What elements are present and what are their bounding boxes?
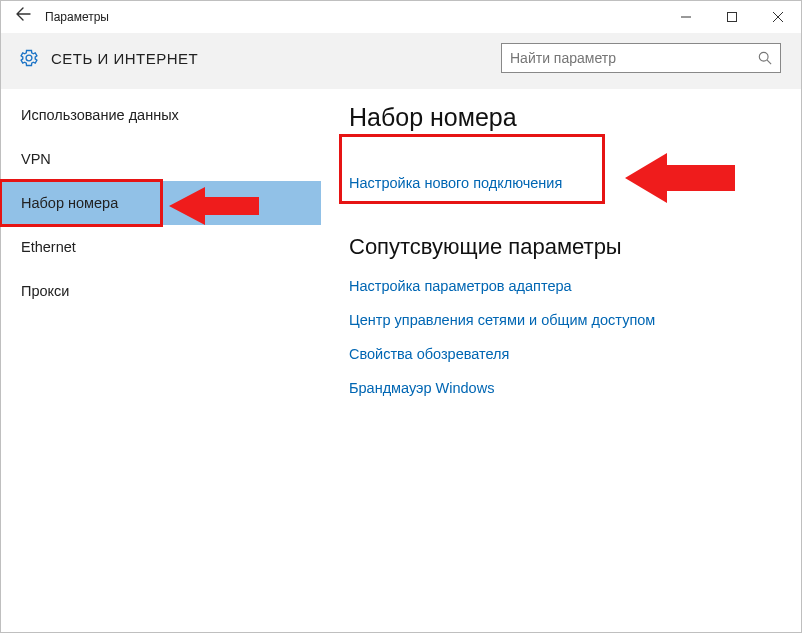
close-button[interactable] — [755, 1, 801, 33]
main-content: Набор номера Настройка нового подключени… — [321, 89, 801, 632]
sidebar-item-label: VPN — [21, 151, 51, 167]
maximize-icon — [727, 12, 737, 22]
svg-rect-1 — [728, 13, 737, 22]
window-title: Параметры — [45, 10, 109, 24]
minimize-button[interactable] — [663, 1, 709, 33]
search-box[interactable] — [501, 43, 781, 73]
minimize-icon — [681, 12, 691, 22]
search-input[interactable] — [502, 50, 750, 66]
titlebar: Параметры — [1, 1, 801, 33]
related-heading: Сопутсвующие параметры — [349, 234, 781, 260]
gear-icon — [19, 48, 39, 68]
link-network-center[interactable]: Центр управления сетями и общим доступом — [349, 312, 781, 328]
sidebar-item-proxy[interactable]: Прокси — [1, 269, 321, 313]
page-title: Набор номера — [349, 103, 781, 132]
annotation-highlight-link — [339, 134, 605, 204]
sidebar-item-label: Прокси — [21, 283, 69, 299]
sidebar-item-data-usage[interactable]: Использование данных — [1, 93, 321, 137]
section-title: СЕТЬ И ИНТЕРНЕТ — [51, 50, 198, 67]
section-header: СЕТЬ И ИНТЕРНЕТ — [1, 33, 801, 89]
sidebar-item-dialup[interactable]: Набор номера — [1, 181, 321, 225]
sidebar-item-label: Использование данных — [21, 107, 179, 123]
link-internet-options[interactable]: Свойства обозревателя — [349, 346, 781, 362]
maximize-button[interactable] — [709, 1, 755, 33]
sidebar-item-vpn[interactable]: VPN — [1, 137, 321, 181]
settings-window: Параметры СЕТЬ И ИНТЕРНЕТ — [0, 0, 802, 633]
back-button[interactable] — [1, 1, 45, 33]
sidebar-item-label: Ethernet — [21, 239, 76, 255]
svg-point-4 — [759, 52, 768, 61]
sidebar-item-label: Набор номера — [21, 195, 118, 211]
sidebar: Использование данных VPN Набор номера Et… — [1, 89, 321, 632]
body: Использование данных VPN Набор номера Et… — [1, 89, 801, 632]
search-icon — [750, 51, 780, 65]
link-adapter-settings[interactable]: Настройка параметров адаптера — [349, 278, 781, 294]
link-new-connection[interactable]: Настройка нового подключения — [349, 175, 562, 191]
close-icon — [773, 12, 783, 22]
svg-line-5 — [767, 60, 771, 64]
link-windows-firewall[interactable]: Брандмауэр Windows — [349, 380, 781, 396]
back-arrow-icon — [15, 6, 31, 22]
sidebar-item-ethernet[interactable]: Ethernet — [1, 225, 321, 269]
